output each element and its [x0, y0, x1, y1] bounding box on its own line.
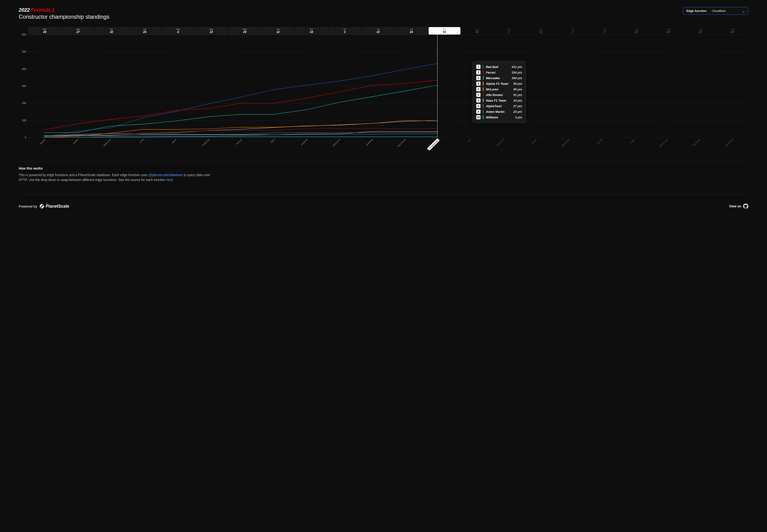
edge-function-select[interactable]: Edge function Cloudflare [683, 7, 748, 15]
date-cell[interactable]: Mar27 [62, 27, 94, 35]
date-cell: Oct9 [589, 27, 621, 35]
team-color-bar [483, 99, 484, 102]
source-link[interactable]: here [166, 178, 173, 182]
date-cell[interactable]: Jul10 [362, 27, 394, 35]
year-brand: 2022 Formula 1 [19, 7, 109, 13]
venue-cell: Zandvoort [486, 138, 519, 150]
date-cell[interactable]: May22 [195, 27, 228, 35]
data-point [272, 133, 275, 133]
venue-cell: Austin [617, 138, 650, 150]
venue-label: Montreal [300, 138, 308, 146]
data-point [239, 129, 242, 129]
date-month: Oct [667, 28, 670, 30]
plot-area: 0100200300400500600 [19, 35, 748, 137]
venue-label: Catalunya [201, 138, 210, 147]
venue-label: Monaco [235, 138, 242, 145]
chevron-down-icon [742, 10, 745, 12]
venue-cell: Marina Bay [552, 138, 585, 150]
data-point [403, 121, 406, 122]
date-month: May [176, 28, 180, 30]
data-point [206, 108, 210, 109]
data-point [304, 134, 308, 134]
date-cell[interactable]: Jun12 [262, 27, 294, 35]
data-point [403, 91, 406, 91]
team-color-bar [483, 82, 484, 85]
date-cell[interactable]: Jul24 [395, 27, 428, 35]
date-cell[interactable]: Jul31 [429, 27, 461, 35]
data-point [206, 135, 210, 135]
data-point [206, 129, 210, 129]
team-points: 99 pts [514, 82, 522, 85]
data-point [174, 132, 177, 132]
tooltip: 1 Red Bull 431 pts 2 Ferrari 334 pts 3 M… [472, 61, 526, 123]
team-name: Mercedes [486, 76, 509, 80]
data-point [370, 128, 373, 129]
venue-cell: Jeddah [61, 138, 93, 150]
series-line [44, 85, 437, 133]
data-point [337, 128, 341, 129]
how-text-1: This is powered by edge functions and a … [19, 173, 149, 177]
date-cell[interactable]: Mar20 [28, 27, 61, 35]
venue-cell: Silverstone [323, 138, 355, 150]
date-cell[interactable]: Apr10 [95, 27, 128, 35]
date-month: Jul [377, 28, 379, 30]
data-point [239, 135, 242, 136]
data-point [75, 124, 79, 124]
y-axis: 0100200300400500600 [19, 35, 28, 137]
rank-badge: 3 [476, 76, 481, 80]
venue-cell: Imola [126, 138, 159, 150]
data-point [174, 135, 177, 135]
venue-strip: BahrainJeddahMelbourneImolaMiamiCataluny… [28, 138, 748, 150]
data-point [108, 133, 112, 133]
team-color-bar [483, 93, 484, 97]
date-day: 9 [604, 30, 606, 34]
tooltip-row: 8 AlphaTauri 27 pts [476, 103, 522, 109]
date-cell[interactable]: Apr24 [128, 27, 161, 35]
date-cell[interactable]: Jun19 [295, 27, 328, 35]
team-name: Ferrari [486, 71, 509, 74]
data-point [370, 131, 373, 132]
venue-cell: Catalunya [192, 138, 224, 150]
powered-label: Powered by [19, 204, 37, 208]
planetscale-db-link[interactable]: @planetscale/database [149, 173, 183, 177]
date-cell[interactable]: Jul3 [328, 27, 361, 35]
viewon-label: View on [729, 204, 741, 208]
data-point [75, 131, 79, 131]
view-on-github[interactable]: View on [729, 204, 748, 209]
venue-label: Sao Paulo [692, 138, 701, 147]
team-name: Williams [486, 116, 513, 119]
date-cell: Oct2 [557, 27, 589, 35]
team-color-bar [483, 87, 484, 91]
data-point [43, 137, 46, 137]
venue-label: Marina Bay [561, 138, 570, 147]
title-block: 2022 Formula 1 Constructor championship … [19, 7, 109, 20]
y-tick: 100 [22, 119, 26, 122]
series-line [44, 80, 437, 130]
date-day: 8 [177, 30, 179, 34]
date-day: 30 [667, 30, 670, 34]
data-point [403, 69, 406, 70]
team-name: Alpine F1 Team [486, 82, 511, 85]
data-point [403, 128, 406, 129]
team-color-bar [483, 76, 484, 80]
divider [19, 194, 748, 194]
date-cell[interactable]: May29 [228, 27, 261, 35]
data-point [174, 129, 177, 130]
data-point [108, 126, 112, 126]
data-point [403, 133, 406, 133]
venue-cell: Bahrain [28, 138, 61, 150]
date-day: 2 [572, 30, 574, 34]
y-tick: 200 [22, 102, 26, 104]
rank-badge: 8 [476, 104, 481, 108]
date-cell[interactable]: May8 [162, 27, 194, 35]
data-point [272, 127, 275, 127]
data-point [403, 131, 406, 132]
data-point [370, 97, 373, 97]
tooltip-row: 9 Aston Martin 20 pts [476, 109, 522, 114]
data-point [370, 76, 373, 76]
venue-cell: Spa [454, 138, 486, 150]
date-strip: Mar20Mar27Apr10Apr24May8May22May29Jun12J… [28, 27, 748, 35]
planetscale-logo[interactable]: PlanetScale [39, 204, 69, 209]
plot[interactable] [28, 35, 748, 137]
data-point [75, 132, 79, 133]
